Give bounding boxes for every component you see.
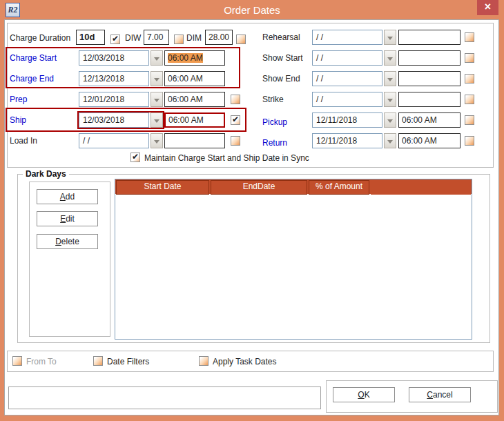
note-input[interactable] [8, 386, 321, 409]
show-end-label: Show End [262, 74, 300, 84]
strike-checkbox[interactable] [465, 95, 474, 104]
charge-end-date-value[interactable]: 12/13/2018 [79, 71, 149, 86]
charge-duration-checkbox[interactable] [110, 35, 120, 44]
return-date-combo: 12/11/2018 [312, 133, 396, 148]
chevron-down-icon[interactable] [151, 133, 163, 148]
charge-start-date-combo: 12/03/2018 [79, 50, 163, 66]
diw-checkbox[interactable] [174, 35, 184, 44]
title-bar: R2 Order Dates × [0, 0, 504, 19]
return-label: Return [262, 138, 287, 148]
rehearsal-time-input[interactable] [398, 30, 461, 45]
column-header-start-date[interactable]: Start Date [116, 180, 209, 195]
load-in-label: Load In [10, 136, 37, 146]
load-in-date-value[interactable]: / / [79, 133, 149, 148]
diw-input[interactable]: 7.00 [144, 30, 169, 45]
delete-button[interactable]: Delete [37, 234, 98, 249]
charge-end-label: Charge End [10, 74, 54, 84]
close-icon[interactable]: × [477, 0, 498, 15]
chevron-down-icon[interactable] [151, 71, 163, 86]
dark-days-title: Dark Days [23, 169, 69, 179]
dim-input[interactable]: 28.00 [205, 30, 233, 45]
add-button[interactable]: Add [37, 189, 98, 204]
sync-checkbox[interactable] [130, 153, 140, 162]
charge-duration-label: Charge Duration [10, 33, 70, 43]
order-dates-dialog: { "window": { "title": "Order Dates", "i… [0, 0, 504, 421]
chevron-down-icon[interactable] [384, 50, 396, 66]
strike-date-value[interactable]: / / [312, 92, 382, 107]
apply-task-dates-label: Apply Task Dates [213, 357, 277, 366]
from-to-label: From To [26, 357, 57, 366]
ok-button[interactable]: OK [333, 387, 395, 402]
pickup-date-value[interactable]: 12/11/2018 [312, 112, 382, 128]
edit-button[interactable]: Edit [37, 211, 98, 226]
strike-label: Strike [262, 95, 284, 104]
ship-date-combo: 12/03/2018 [79, 112, 163, 128]
selected-time-text: 06:00 AM [168, 53, 203, 63]
show-end-time-input[interactable] [398, 71, 461, 86]
rehearsal-date-combo: / / [312, 30, 396, 45]
chevron-down-icon[interactable] [384, 133, 396, 148]
load-in-checkbox[interactable] [231, 136, 240, 146]
column-header-end-date[interactable]: EndDate [211, 180, 307, 195]
charge-end-time-input[interactable]: 06:00 AM [164, 71, 225, 86]
window-title: Order Dates [0, 4, 504, 16]
prep-checkbox[interactable] [231, 95, 240, 104]
chevron-down-icon[interactable] [384, 71, 396, 86]
show-start-checkbox[interactable] [465, 53, 474, 63]
cancel-button[interactable]: Cancel [409, 387, 471, 402]
rehearsal-label: Rehearsal [262, 32, 300, 42]
chevron-down-icon[interactable] [151, 50, 163, 66]
prep-time-input[interactable]: 06:00 AM [164, 92, 225, 107]
show-end-date-value[interactable]: / / [312, 71, 382, 86]
column-header-spacer [371, 180, 471, 195]
dark-days-button-panel [29, 182, 110, 337]
ship-checkbox[interactable] [231, 115, 240, 125]
apply-task-dates-checkbox[interactable] [199, 356, 209, 366]
show-start-label: Show Start [262, 53, 303, 63]
ship-label: Ship [10, 115, 26, 125]
dark-days-table[interactable]: Start Date EndDate % of Amount [115, 179, 472, 340]
chevron-down-icon[interactable] [384, 30, 396, 45]
sync-label: Maintain Charge Start and Ship Date in S… [144, 153, 309, 163]
load-in-time-input[interactable] [164, 133, 225, 148]
pickup-checkbox[interactable] [465, 115, 474, 125]
charge-start-label: Charge Start [10, 53, 57, 63]
column-header-percent-amount[interactable]: % of Amount [309, 180, 369, 195]
ship-time-input[interactable]: 06:00 AM [164, 112, 225, 128]
charge-end-date-combo: 12/13/2018 [79, 71, 163, 86]
return-checkbox[interactable] [465, 136, 474, 146]
from-to-checkbox[interactable] [12, 356, 22, 366]
ship-date-value[interactable]: 12/03/2018 [79, 112, 149, 128]
strike-time-input[interactable] [398, 92, 461, 107]
charge-start-date-value[interactable]: 12/03/2018 [79, 50, 149, 66]
prep-date-combo: 12/01/2018 [79, 92, 163, 107]
pickup-date-combo: 12/11/2018 [312, 112, 396, 128]
charge-duration-input[interactable]: 10d [76, 30, 105, 45]
chevron-down-icon[interactable] [384, 92, 396, 107]
date-filters-label: Date Filters [107, 357, 149, 366]
charge-start-time-input[interactable]: 06:00 AM [164, 50, 225, 66]
dark-days-table-header: Start Date EndDate % of Amount [115, 179, 472, 194]
strike-date-combo: / / [312, 92, 396, 107]
rehearsal-date-value[interactable]: / / [312, 30, 382, 45]
chevron-down-icon[interactable] [384, 112, 396, 128]
pickup-time-input[interactable]: 06:00 AM [398, 112, 461, 128]
dim-checkbox[interactable] [236, 35, 246, 44]
dim-label: DIM [186, 33, 202, 43]
pickup-label: Pickup [262, 117, 287, 127]
date-filters-checkbox[interactable] [93, 356, 103, 366]
load-in-date-combo: / / [79, 133, 163, 148]
show-start-time-input[interactable] [398, 50, 461, 66]
prep-date-value[interactable]: 12/01/2018 [79, 92, 149, 107]
show-end-checkbox[interactable] [465, 74, 474, 84]
show-end-date-combo: / / [312, 71, 396, 86]
rehearsal-checkbox[interactable] [465, 32, 474, 42]
show-start-date-value[interactable]: / / [312, 50, 382, 66]
chevron-down-icon[interactable] [151, 112, 163, 128]
return-date-value[interactable]: 12/11/2018 [312, 133, 382, 148]
chevron-down-icon[interactable] [151, 92, 163, 107]
return-time-input[interactable]: 06:00 AM [398, 133, 461, 148]
diw-label: DIW [125, 33, 141, 43]
prep-label: Prep [10, 95, 27, 104]
show-start-date-combo: / / [312, 50, 396, 66]
